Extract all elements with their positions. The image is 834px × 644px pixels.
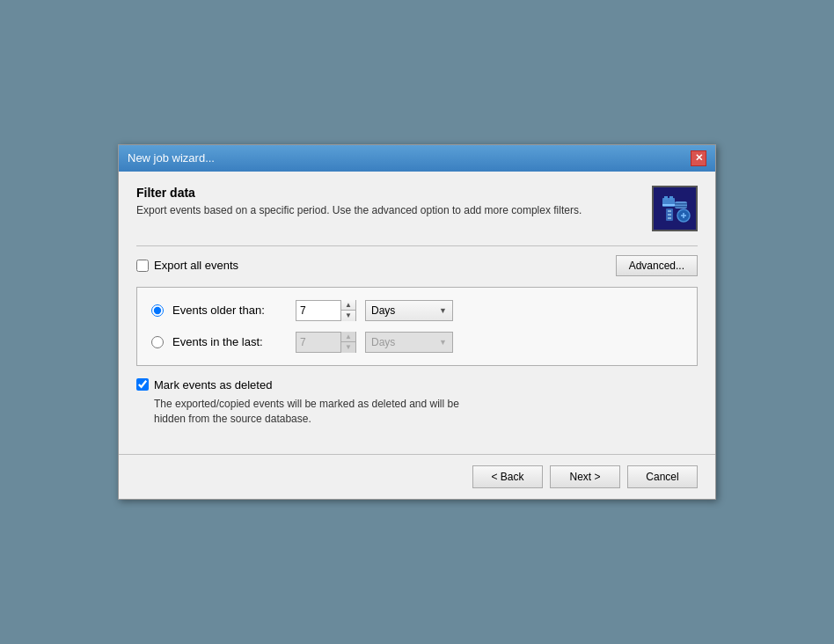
header-icon: [652, 186, 698, 231]
close-button[interactable]: ✕: [691, 150, 706, 166]
spinner-up-older[interactable]: ▲: [341, 300, 355, 311]
spinner-down-last: ▼: [341, 342, 355, 353]
spinner-arrows-last: ▲ ▼: [340, 332, 355, 353]
section-description: Export events based on a specific period…: [136, 203, 582, 218]
events-older-spinner[interactable]: ▲ ▼: [296, 300, 356, 321]
svg-rect-4: [675, 201, 687, 209]
dialog-footer: < Back Next > Cancel: [119, 454, 715, 499]
next-button[interactable]: Next >: [550, 465, 620, 488]
filter-icon: [655, 189, 694, 228]
svg-rect-0: [655, 189, 694, 228]
section-title: Filter data: [136, 186, 582, 200]
export-row: Export all events Advanced...: [136, 255, 698, 276]
dropdown-arrow-last: ▼: [439, 338, 447, 347]
svg-rect-6: [675, 206, 687, 208]
mark-deleted-description: The exported/copied events will be marke…: [154, 397, 698, 427]
events-older-row: Events older than: ▲ ▼ Days ▼: [151, 300, 683, 321]
mark-deleted-label: Mark events as deleted: [154, 378, 272, 392]
dialog-title: New job wizard...: [128, 151, 215, 165]
events-last-unit: Days: [371, 336, 395, 348]
title-bar: New job wizard... ✕: [119, 145, 715, 172]
events-older-label: Events older than:: [172, 304, 287, 317]
events-older-unit: Days: [371, 304, 395, 317]
events-last-radio[interactable]: [151, 336, 164, 348]
events-last-dropdown: Days ▼: [365, 332, 453, 353]
dropdown-arrow-older: ▼: [439, 306, 447, 315]
spinner-up-last: ▲: [341, 332, 355, 342]
filter-options-box: Events older than: ▲ ▼ Days ▼ Events in …: [136, 287, 698, 366]
mark-deleted-row: Mark events as deleted: [136, 378, 698, 392]
events-last-label: Events in the last:: [172, 335, 287, 348]
events-older-dropdown[interactable]: Days ▼: [365, 300, 453, 321]
svg-rect-10: [668, 214, 671, 216]
spinner-arrows-older: ▲ ▼: [340, 300, 355, 321]
spinner-down-older[interactable]: ▼: [341, 311, 355, 321]
export-all-label[interactable]: Export all events: [136, 259, 238, 272]
dialog-window: New job wizard... ✕ Filter data Export e…: [118, 144, 716, 501]
svg-rect-11: [668, 217, 671, 219]
events-older-value[interactable]: [296, 301, 340, 320]
events-older-radio[interactable]: [151, 304, 164, 317]
mark-deleted-checkbox[interactable]: [136, 378, 149, 391]
events-last-spinner: ▲ ▼: [296, 332, 356, 353]
header-divider: [136, 245, 698, 246]
cancel-button[interactable]: Cancel: [627, 465, 698, 488]
svg-rect-5: [675, 203, 687, 205]
mark-deleted-section: Mark events as deleted The exported/copi…: [136, 378, 698, 427]
header-text: Filter data Export events based on a spe…: [136, 186, 582, 218]
header-section: Filter data Export events based on a spe…: [136, 186, 698, 231]
back-button[interactable]: < Back: [472, 465, 543, 488]
events-last-row: Events in the last: ▲ ▼ Days ▼: [151, 332, 683, 353]
svg-rect-2: [664, 196, 668, 200]
events-last-value: [296, 333, 340, 352]
svg-rect-9: [668, 210, 671, 212]
advanced-button[interactable]: Advanced...: [616, 255, 698, 276]
svg-rect-3: [669, 196, 673, 200]
dialog-body: Filter data Export events based on a spe…: [119, 172, 715, 455]
export-all-checkbox[interactable]: [136, 260, 149, 272]
